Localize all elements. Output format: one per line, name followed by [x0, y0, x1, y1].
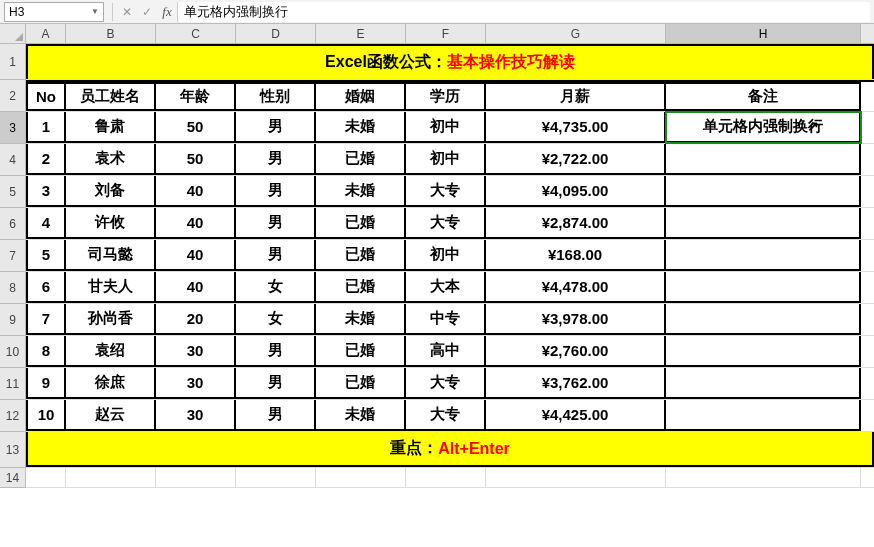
table-row[interactable]: 6甘夫人40女已婚大本¥4,478.00	[26, 272, 874, 304]
select-all-corner[interactable]	[0, 24, 26, 43]
cell-no[interactable]: 10	[26, 400, 66, 431]
cell-age[interactable]: 50	[156, 112, 236, 143]
row-header-6[interactable]: 6	[0, 208, 26, 240]
cell-salary[interactable]: ¥2,874.00	[486, 208, 666, 239]
col-header-G[interactable]: G	[486, 24, 666, 43]
cell-name[interactable]: 袁术	[66, 144, 156, 175]
row-header-8[interactable]: 8	[0, 272, 26, 304]
cell-age[interactable]: 40	[156, 272, 236, 303]
confirm-button[interactable]: ✓	[137, 5, 157, 19]
cell-note[interactable]	[666, 368, 861, 399]
cell-no[interactable]: 4	[26, 208, 66, 239]
cell-edu[interactable]: 中专	[406, 304, 486, 335]
cell-gender[interactable]: 男	[236, 368, 316, 399]
table-row[interactable]: 2袁术50男已婚初中¥2,722.00	[26, 144, 874, 176]
cell-salary[interactable]: ¥4,425.00	[486, 400, 666, 431]
cell-no[interactable]: 5	[26, 240, 66, 271]
cell-no[interactable]: 3	[26, 176, 66, 207]
cell-name[interactable]: 徐庶	[66, 368, 156, 399]
table-row[interactable]: 9徐庶30男已婚大专¥3,762.00	[26, 368, 874, 400]
cell-note[interactable]	[666, 304, 861, 335]
col-header-C[interactable]: C	[156, 24, 236, 43]
cell-age[interactable]: 40	[156, 176, 236, 207]
cell-salary[interactable]: ¥4,478.00	[486, 272, 666, 303]
cell-salary[interactable]: ¥168.00	[486, 240, 666, 271]
table-row[interactable]: 1鲁肃50男未婚初中¥4,735.00单元格内强制换行↖	[26, 112, 874, 144]
cell-name[interactable]: 甘夫人	[66, 272, 156, 303]
cell-age[interactable]: 20	[156, 304, 236, 335]
cell-age[interactable]: 30	[156, 400, 236, 431]
cell-age[interactable]: 30	[156, 368, 236, 399]
row-header-12[interactable]: 12	[0, 400, 26, 432]
cell-gender[interactable]: 男	[236, 112, 316, 143]
cell-marriage[interactable]: 未婚	[316, 112, 406, 143]
cell-gender[interactable]: 女	[236, 272, 316, 303]
cell-gender[interactable]: 男	[236, 336, 316, 367]
cell-salary[interactable]: ¥4,735.00	[486, 112, 666, 143]
cell-gender[interactable]: 男	[236, 176, 316, 207]
row-header-1[interactable]: 1	[0, 44, 26, 80]
cell-note[interactable]	[666, 176, 861, 207]
cell-name[interactable]: 司马懿	[66, 240, 156, 271]
cell-edu[interactable]: 大专	[406, 368, 486, 399]
cell-note[interactable]	[666, 240, 861, 271]
row-header-2[interactable]: 2	[0, 80, 26, 112]
cell-age[interactable]: 50	[156, 144, 236, 175]
row-header-13[interactable]: 13	[0, 432, 26, 468]
dropdown-icon[interactable]: ▼	[91, 7, 99, 16]
col-header-B[interactable]: B	[66, 24, 156, 43]
cell[interactable]	[316, 468, 406, 487]
cell-no[interactable]: 8	[26, 336, 66, 367]
cell-gender[interactable]: 女	[236, 304, 316, 335]
cell-gender[interactable]: 男	[236, 144, 316, 175]
row-header-4[interactable]: 4	[0, 144, 26, 176]
cell[interactable]	[486, 468, 666, 487]
cell-name[interactable]: 刘备	[66, 176, 156, 207]
table-row[interactable]: 8袁绍30男已婚高中¥2,760.00	[26, 336, 874, 368]
empty-row[interactable]	[26, 468, 874, 488]
cell[interactable]	[66, 468, 156, 487]
row-header-11[interactable]: 11	[0, 368, 26, 400]
cell-edu[interactable]: 初中	[406, 144, 486, 175]
cell-salary[interactable]: ¥2,760.00	[486, 336, 666, 367]
table-row[interactable]: 5司马懿40男已婚初中¥168.00	[26, 240, 874, 272]
cell-note[interactable]	[666, 272, 861, 303]
cell-name[interactable]: 赵云	[66, 400, 156, 431]
col-header-D[interactable]: D	[236, 24, 316, 43]
cell-no[interactable]: 6	[26, 272, 66, 303]
table-header-row[interactable]: No 员工姓名 年龄 性别 婚姻 学历 月薪 备注	[26, 80, 874, 112]
cell-age[interactable]: 40	[156, 208, 236, 239]
row-header-14[interactable]: 14	[0, 468, 26, 488]
cell-edu[interactable]: 初中	[406, 112, 486, 143]
cell-note[interactable]	[666, 400, 861, 431]
cell-no[interactable]: 1	[26, 112, 66, 143]
cell-name[interactable]: 鲁肃	[66, 112, 156, 143]
cell-salary[interactable]: ¥2,722.00	[486, 144, 666, 175]
cell-marriage[interactable]: 未婚	[316, 304, 406, 335]
cell[interactable]	[236, 468, 316, 487]
cell[interactable]	[26, 468, 66, 487]
table-row[interactable]: 3刘备40男未婚大专¥4,095.00	[26, 176, 874, 208]
cell-marriage[interactable]: 已婚	[316, 336, 406, 367]
cell-name[interactable]: 袁绍	[66, 336, 156, 367]
cell-salary[interactable]: ¥3,978.00	[486, 304, 666, 335]
fx-button[interactable]: fx	[157, 4, 177, 20]
cell-marriage[interactable]: 已婚	[316, 240, 406, 271]
cell[interactable]	[666, 468, 861, 487]
table-row[interactable]: 7孙尚香20女未婚中专¥3,978.00	[26, 304, 874, 336]
cell-edu[interactable]: 大专	[406, 176, 486, 207]
row-header-3[interactable]: 3	[0, 112, 26, 144]
col-header-F[interactable]: F	[406, 24, 486, 43]
col-header-A[interactable]: A	[26, 24, 66, 43]
col-header-H[interactable]: H	[666, 24, 861, 43]
cell-marriage[interactable]: 未婚	[316, 176, 406, 207]
cell[interactable]	[156, 468, 236, 487]
cell-note[interactable]: 单元格内强制换行↖	[666, 112, 861, 143]
cell-edu[interactable]: 大专	[406, 208, 486, 239]
footer-row[interactable]: 重点： Alt+Enter	[26, 432, 874, 468]
title-row[interactable]: Excel函数公式： 基本操作技巧解读	[26, 44, 874, 80]
cell-marriage[interactable]: 已婚	[316, 144, 406, 175]
cell-name[interactable]: 孙尚香	[66, 304, 156, 335]
row-header-7[interactable]: 7	[0, 240, 26, 272]
cell-edu[interactable]: 高中	[406, 336, 486, 367]
